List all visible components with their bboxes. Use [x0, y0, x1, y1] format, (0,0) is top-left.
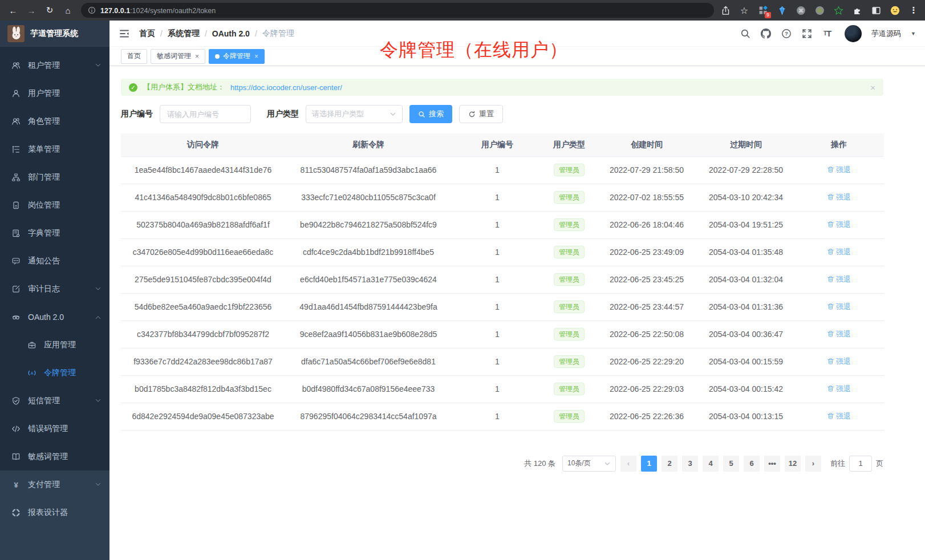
bookmark-star-icon[interactable]: ☆ [739, 5, 750, 16]
font-size-icon[interactable]: TT [822, 28, 833, 39]
breadcrumb-item[interactable]: 系统管理 [168, 29, 200, 39]
created-time-cell: 2022-07-02 18:55:55 [595, 184, 698, 211]
page-number-4[interactable]: 4 [703, 456, 719, 472]
address-bar[interactable]: 127.0.0.1:1024/system/oauth2/token [81, 3, 714, 18]
next-page-button[interactable]: › [805, 456, 821, 472]
sidebar-item-tenant[interactable]: 租户管理 [0, 51, 109, 79]
created-time-cell: 2022-06-25 23:45:25 [595, 266, 698, 293]
trash-icon [827, 248, 834, 255]
reset-button[interactable]: 重置 [459, 105, 503, 123]
collapse-sidebar-icon[interactable] [119, 28, 130, 39]
page-info-icon[interactable] [88, 6, 96, 14]
user-avatar[interactable] [845, 25, 862, 42]
force-logout-button[interactable]: 强退 [827, 384, 851, 394]
sidebar-item-oauth2[interactable]: OAuth 2.0 [0, 303, 109, 331]
user-id-input[interactable] [160, 105, 251, 123]
record-extension-icon[interactable] [814, 5, 825, 16]
force-logout-button[interactable]: 强退 [827, 220, 851, 230]
user-type-badge: 管理员 [554, 273, 585, 286]
page-ellipsis[interactable]: ••• [764, 456, 780, 472]
tenant-users-icon [11, 61, 21, 70]
extension-badge: 9 [765, 12, 771, 18]
created-time-cell: 2022-06-25 22:26:36 [595, 403, 698, 430]
puzzle-extension-icon[interactable] [851, 5, 863, 16]
force-logout-button[interactable]: 强退 [827, 356, 851, 367]
github-icon[interactable] [760, 28, 771, 39]
sidebar-item-sms[interactable]: 短信管理 [0, 387, 109, 415]
sidebar-item-pay[interactable]: ¥支付管理 [0, 470, 109, 498]
org-tree-icon [11, 173, 21, 182]
sidebar-item-dict[interactable]: 字典管理 [0, 219, 109, 247]
page-number-5[interactable]: 5 [723, 456, 739, 472]
help-icon[interactable]: ? [781, 28, 792, 39]
chevron-down-icon [604, 460, 611, 467]
created-time-cell: 2022-06-25 23:44:57 [595, 293, 698, 320]
force-logout-button[interactable]: 强退 [827, 274, 851, 285]
tab-首页[interactable]: 首页 [121, 49, 147, 64]
sidebar-item-oauth2-token[interactable]: A令牌管理 [0, 359, 109, 387]
force-logout-button[interactable]: 强退 [827, 247, 851, 257]
alert-close-icon[interactable]: × [870, 83, 875, 92]
total-count: 共 120 条 [524, 458, 555, 469]
tab-令牌管理[interactable]: 令牌管理× [209, 49, 265, 64]
share-icon[interactable] [720, 5, 731, 16]
breadcrumb-item[interactable]: 首页 [139, 29, 155, 39]
sidebar-item-dept[interactable]: 部门管理 [0, 163, 109, 191]
page-size-select[interactable]: 10条/页 [562, 456, 616, 472]
breadcrumb-item[interactable]: OAuth 2.0 [212, 29, 250, 38]
tab-close-icon[interactable]: × [254, 52, 258, 60]
reload-icon[interactable]: ↻ [42, 3, 57, 18]
user-type-select[interactable]: 请选择用户类型 [306, 105, 403, 123]
page-number-2[interactable]: 2 [662, 456, 677, 472]
app-logo-row[interactable]: 芋道管理系统 [0, 21, 109, 47]
alert-doc-link[interactable]: https://doc.iocoder.cn/user-center/ [230, 83, 342, 92]
sidebar-item-user[interactable]: 用户管理 [0, 79, 109, 107]
username[interactable]: 芋道源码 [871, 29, 901, 39]
page-number-6[interactable]: 6 [744, 456, 760, 472]
page-number-12[interactable]: 12 [785, 456, 801, 472]
sidebar-item-menu[interactable]: 菜单管理 [0, 135, 109, 163]
force-logout-button[interactable]: 强退 [827, 329, 851, 339]
browser-menu-icon[interactable]: ⋮ [908, 5, 919, 16]
page-number-3[interactable]: 3 [682, 456, 698, 472]
table-row: f9336e7c7dd242a283ee98dc86b17a87dfa6c71a… [121, 348, 884, 375]
gem-extension-icon[interactable] [776, 5, 788, 16]
goto-page-input[interactable] [849, 456, 872, 472]
command-extension-icon[interactable]: ⌘ [795, 5, 806, 16]
sidebar-item-error-code[interactable]: 错误码管理 [0, 415, 109, 443]
emoji-avatar-icon[interactable] [889, 5, 900, 16]
sidebar-item-notice[interactable]: 通知公告 [0, 247, 109, 275]
fullscreen-icon[interactable] [801, 28, 812, 39]
force-logout-button[interactable]: 强退 [827, 165, 851, 175]
tab-close-icon[interactable]: × [195, 52, 199, 60]
forward-icon[interactable]: → [24, 3, 39, 18]
star-extension-icon[interactable] [833, 5, 844, 16]
expire-time-cell: 2022-07-29 22:28:50 [698, 156, 794, 184]
sidebar-item-sensitive-word[interactable]: 敏感词管理 [0, 443, 109, 470]
header-left: 首页/系统管理/OAuth 2.0/令牌管理 [119, 28, 294, 39]
home-icon[interactable]: ⌂ [60, 3, 75, 18]
sidebar-item-audit-log[interactable]: 审计日志 [0, 275, 109, 303]
user-caret-down-icon[interactable]: ▼ [911, 31, 916, 36]
split-screen-icon[interactable] [870, 5, 882, 16]
force-logout-button[interactable]: 强退 [827, 302, 851, 312]
blocks-extension-icon[interactable]: 9 [757, 5, 769, 16]
prev-page-button[interactable]: ‹ [620, 456, 636, 472]
sidebar-item-post[interactable]: 岗位管理 [0, 191, 109, 219]
search-button[interactable]: 搜索 [409, 105, 452, 123]
action-cell: 强退 [794, 238, 884, 266]
force-logout-label: 强退 [836, 247, 851, 257]
tab-敏感词管理[interactable]: 敏感词管理× [151, 49, 205, 64]
sidebar-item-oauth2-app[interactable]: 应用管理 [0, 331, 109, 359]
force-logout-button[interactable]: 强退 [827, 411, 851, 421]
user-id-cell: 1 [452, 293, 543, 320]
sidebar-item-role[interactable]: 角色管理 [0, 107, 109, 135]
user-icon [11, 89, 21, 98]
force-logout-button[interactable]: 强退 [827, 192, 851, 202]
search-icon[interactable] [740, 28, 750, 39]
shield-check-icon [11, 396, 21, 405]
header-right: ? TT 芋道源码 ▼ [740, 25, 916, 42]
page-number-1[interactable]: 1 [641, 456, 657, 472]
back-icon[interactable]: ← [6, 3, 21, 18]
sidebar-item-report-designer[interactable]: 报表设计器 [0, 498, 109, 526]
